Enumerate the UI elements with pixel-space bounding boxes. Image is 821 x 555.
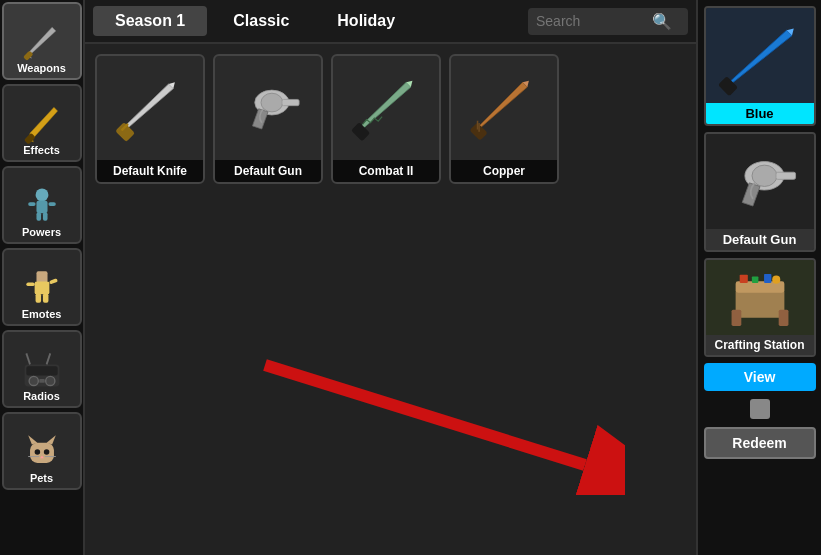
selected-weapon-label: Default Gun	[706, 229, 814, 250]
svg-point-29	[43, 449, 49, 455]
svg-rect-35	[115, 122, 135, 142]
item-copper[interactable]: Copper	[449, 54, 559, 184]
svg-rect-19	[26, 366, 57, 375]
items-grid: Default Knife Default Gun	[85, 44, 696, 555]
sidebar-item-radios[interactable]: Radios	[2, 330, 82, 408]
item-default-knife[interactable]: Default Knife	[95, 54, 205, 184]
svg-line-23	[26, 353, 30, 364]
svg-point-6	[35, 188, 48, 201]
view-button[interactable]: View	[704, 363, 816, 391]
svg-point-65	[772, 276, 780, 284]
item-copper-image	[451, 56, 557, 160]
svg-marker-27	[46, 435, 55, 444]
selected-color-label: Blue	[706, 103, 814, 124]
knife-preview-box: Blue	[704, 6, 816, 126]
sidebar-emotes-label: Emotes	[4, 308, 80, 320]
crafting-station-box: Crafting Station	[704, 258, 816, 357]
svg-rect-62	[739, 275, 747, 283]
svg-point-28	[34, 449, 40, 455]
svg-rect-13	[34, 281, 49, 294]
item-gun-label: Default Gun	[215, 160, 321, 182]
svg-marker-41	[359, 82, 411, 131]
sidebar-effects-label: Effects	[4, 144, 80, 156]
svg-rect-58	[735, 289, 784, 317]
svg-rect-11	[42, 212, 47, 220]
knife-icon	[17, 16, 67, 66]
svg-point-55	[752, 165, 777, 186]
item-default-gun[interactable]: Default Gun	[213, 54, 323, 184]
item-combat-image	[333, 56, 439, 160]
gun-preview-image	[706, 134, 814, 229]
item-combat2[interactable]: Combat II	[331, 54, 441, 184]
svg-line-50	[265, 365, 585, 465]
emotes-icon	[17, 262, 67, 312]
svg-rect-16	[35, 293, 41, 302]
svg-marker-44	[477, 82, 528, 131]
svg-point-20	[29, 376, 38, 385]
checkbox[interactable]	[750, 399, 770, 419]
svg-rect-63	[751, 276, 758, 283]
search-input[interactable]	[536, 13, 646, 29]
sidebar-item-effects[interactable]: Effects	[2, 84, 82, 162]
svg-rect-64	[764, 274, 771, 283]
svg-rect-56	[776, 172, 796, 179]
right-panel: Blue Default Gun	[696, 0, 821, 555]
sidebar-powers-label: Powers	[4, 226, 80, 238]
sidebar-item-emotes[interactable]: Emotes	[2, 248, 82, 326]
svg-rect-10	[36, 212, 41, 220]
redeem-button[interactable]: Redeem	[704, 427, 816, 459]
crafting-station-image	[706, 260, 814, 335]
svg-marker-51	[726, 30, 792, 87]
sidebar-item-powers[interactable]: Powers	[2, 166, 82, 244]
svg-point-38	[261, 93, 283, 112]
svg-rect-12	[36, 271, 47, 282]
sidebar-item-pets[interactable]: Pets	[2, 412, 82, 490]
svg-rect-15	[48, 278, 57, 284]
svg-rect-60	[731, 310, 741, 326]
svg-rect-14	[26, 282, 34, 286]
svg-rect-61	[778, 310, 788, 326]
sidebar: Weapons Effects Powers	[0, 0, 85, 555]
tab-bar: Season 1 Classic Holiday 🔍	[85, 0, 696, 44]
svg-rect-8	[28, 202, 35, 206]
item-combat-label: Combat II	[333, 160, 439, 182]
crafting-station-label: Crafting Station	[706, 335, 814, 355]
item-gun-image	[215, 56, 321, 160]
svg-rect-7	[36, 200, 47, 213]
red-arrow	[245, 335, 625, 495]
search-box: 🔍	[528, 8, 688, 35]
item-knife-label: Default Knife	[97, 160, 203, 182]
svg-marker-26	[28, 435, 37, 444]
svg-rect-25	[30, 443, 54, 463]
pets-icon	[17, 426, 67, 476]
gun-preview-box: Default Gun	[704, 132, 816, 252]
sidebar-radios-label: Radios	[4, 390, 80, 402]
item-knife-image	[97, 56, 203, 160]
radios-icon	[17, 344, 67, 394]
svg-rect-22	[39, 379, 45, 383]
powers-icon	[17, 180, 67, 230]
tab-holiday[interactable]: Holiday	[315, 6, 417, 36]
svg-rect-17	[42, 293, 48, 302]
tab-classic[interactable]: Classic	[211, 6, 311, 36]
main-content: Season 1 Classic Holiday 🔍 Default Knife	[85, 0, 696, 555]
search-icon: 🔍	[652, 12, 672, 31]
tab-season1[interactable]: Season 1	[93, 6, 207, 36]
sidebar-item-weapons[interactable]: Weapons	[2, 2, 82, 80]
svg-line-24	[46, 353, 50, 364]
knife-preview-image	[706, 8, 814, 103]
effects-icon	[17, 98, 67, 148]
sidebar-pets-label: Pets	[4, 472, 80, 484]
item-copper-label: Copper	[451, 160, 557, 182]
svg-marker-33	[123, 84, 174, 131]
svg-point-21	[45, 376, 54, 385]
sidebar-weapons-label: Weapons	[4, 62, 80, 74]
svg-rect-9	[48, 202, 55, 206]
svg-rect-39	[282, 99, 299, 105]
